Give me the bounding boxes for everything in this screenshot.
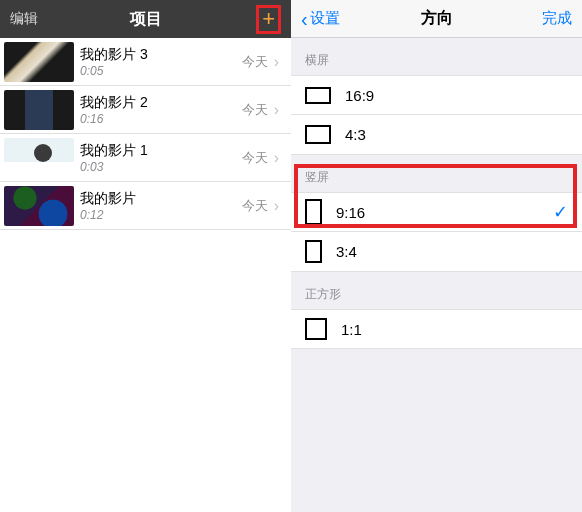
chevron-right-icon: › bbox=[274, 149, 279, 167]
option-label: 4:3 bbox=[345, 126, 568, 143]
aspect-option-3-4[interactable]: 3:4 bbox=[291, 232, 582, 272]
option-label: 3:4 bbox=[336, 243, 568, 260]
aspect-option-16-9[interactable]: 16:9 bbox=[291, 75, 582, 115]
section-header-portrait: 竖屏 bbox=[291, 155, 582, 192]
project-name: 我的影片 bbox=[80, 190, 242, 208]
project-row[interactable]: 我的影片 3 0:05 今天 › bbox=[0, 38, 291, 86]
back-label: 设置 bbox=[310, 9, 340, 28]
project-date: 今天 bbox=[242, 149, 268, 167]
project-name: 我的影片 3 bbox=[80, 46, 242, 64]
chevron-left-icon: ‹ bbox=[301, 9, 308, 29]
chevron-right-icon: › bbox=[274, 197, 279, 215]
projects-title: 项目 bbox=[0, 9, 291, 30]
project-thumbnail bbox=[4, 138, 74, 178]
back-button[interactable]: ‹ 设置 bbox=[301, 9, 340, 29]
project-duration: 0:03 bbox=[80, 160, 242, 174]
orientation-navbar: ‹ 设置 方向 完成 bbox=[291, 0, 582, 38]
projects-navbar: 编辑 项目 + bbox=[0, 0, 291, 38]
option-label: 16:9 bbox=[345, 87, 568, 104]
project-meta: 我的影片 3 0:05 bbox=[80, 46, 242, 78]
project-date: 今天 bbox=[242, 101, 268, 119]
project-meta: 我的影片 2 0:16 bbox=[80, 94, 242, 126]
project-name: 我的影片 1 bbox=[80, 142, 242, 160]
project-thumbnail bbox=[4, 186, 74, 226]
project-date: 今天 bbox=[242, 53, 268, 71]
landscape-icon bbox=[305, 87, 331, 104]
landscape-icon bbox=[305, 125, 331, 144]
project-thumbnail bbox=[4, 42, 74, 82]
projects-pane: 编辑 项目 + 我的影片 3 0:05 今天 › 我的影片 2 0:16 今天 … bbox=[0, 0, 291, 512]
project-duration: 0:05 bbox=[80, 64, 242, 78]
project-duration: 0:12 bbox=[80, 208, 242, 222]
plus-icon: + bbox=[262, 6, 275, 31]
section-header-square: 正方形 bbox=[291, 272, 582, 309]
check-icon: ✓ bbox=[553, 201, 568, 223]
square-icon bbox=[305, 318, 327, 340]
project-meta: 我的影片 0:12 bbox=[80, 190, 242, 222]
project-duration: 0:16 bbox=[80, 112, 242, 126]
add-button[interactable]: + bbox=[256, 5, 281, 34]
portrait-icon bbox=[305, 240, 322, 263]
aspect-option-1-1[interactable]: 1:1 bbox=[291, 309, 582, 349]
project-row[interactable]: 我的影片 0:12 今天 › bbox=[0, 182, 291, 230]
chevron-right-icon: › bbox=[274, 101, 279, 119]
option-label: 1:1 bbox=[341, 321, 568, 338]
edit-button[interactable]: 编辑 bbox=[10, 10, 38, 28]
chevron-right-icon: › bbox=[274, 53, 279, 71]
portrait-icon bbox=[305, 199, 322, 225]
project-date: 今天 bbox=[242, 197, 268, 215]
project-name: 我的影片 2 bbox=[80, 94, 242, 112]
project-row[interactable]: 我的影片 2 0:16 今天 › bbox=[0, 86, 291, 134]
project-row[interactable]: 我的影片 1 0:03 今天 › bbox=[0, 134, 291, 182]
section-header-landscape: 横屏 bbox=[291, 38, 582, 75]
aspect-option-4-3[interactable]: 4:3 bbox=[291, 115, 582, 155]
orientation-pane: ‹ 设置 方向 完成 横屏 16:9 4:3 竖屏 9:16 ✓ 3:4 正方形… bbox=[291, 0, 582, 512]
option-label: 9:16 bbox=[336, 204, 553, 221]
project-meta: 我的影片 1 0:03 bbox=[80, 142, 242, 174]
done-button[interactable]: 完成 bbox=[542, 9, 572, 28]
project-thumbnail bbox=[4, 90, 74, 130]
aspect-option-9-16[interactable]: 9:16 ✓ bbox=[291, 192, 582, 232]
